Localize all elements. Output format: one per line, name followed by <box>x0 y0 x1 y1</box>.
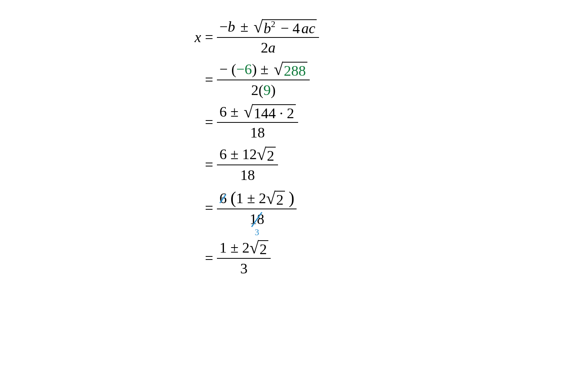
var-a-den: a <box>268 39 275 56</box>
radicand-4: 2 <box>265 147 276 163</box>
one-pm-2: 1 ± 2 <box>236 190 266 206</box>
two-open: 2( <box>251 82 264 98</box>
numerator-6: 1 ± 2 √ 2 <box>217 240 271 259</box>
var-c: c <box>309 20 316 36</box>
formula-step-5: = 6 (1 ± 2 √ 2 ) 18 3 <box>170 189 319 226</box>
lhs-x: x <box>170 30 201 44</box>
formula-step-2: = − (−6) ± √ 288 2(9) <box>170 62 319 97</box>
exp-2: 2 <box>271 19 275 29</box>
sqrt-2: √ 2 <box>257 147 276 163</box>
six-pm-12: 6 ± 12 <box>219 146 257 162</box>
radical-icon: √ <box>249 241 259 255</box>
big-rparen: ) <box>289 188 295 207</box>
big-lparen: ( <box>230 188 236 207</box>
equals-sign: = <box>201 251 217 265</box>
sqrt-discriminant: √ b2 − 4ac <box>254 19 317 36</box>
formula-step-4: = 6 ± 12 √ 2 18 <box>170 147 319 182</box>
equals-sign: = <box>201 157 217 172</box>
fraction-1: −b ± √ b2 − 4ac 2a <box>217 19 319 55</box>
close-paren: ) <box>271 82 276 98</box>
denominator-3: 18 <box>250 123 265 140</box>
radical-icon: √ <box>244 105 253 119</box>
value-6-cancel: 6 <box>219 190 227 206</box>
radicand-2: 288 <box>282 62 307 78</box>
radicand-1: b2 − 4ac <box>262 19 317 36</box>
var-b2: b <box>264 20 271 36</box>
neg-open: − ( <box>219 61 236 77</box>
sqrt-2c: √ 2 <box>249 240 268 256</box>
equals-sign: = <box>201 72 217 87</box>
sqrt-288: √ 288 <box>274 62 307 78</box>
radicand-5: 2 <box>275 191 285 207</box>
six-pm: 6 ± <box>219 104 240 120</box>
value-neg6: −6 <box>236 61 252 77</box>
sqrt-144-2: √ 144 · 2 <box>244 104 295 120</box>
one-pm-2b: 1 ± 2 <box>219 239 249 256</box>
equals-sign: = <box>201 115 217 129</box>
value-288: 288 <box>284 63 306 79</box>
cancel-6: 6 <box>219 191 227 205</box>
quadratic-formula-derivation: x = −b ± √ b2 − 4ac 2a = <box>170 19 319 283</box>
fraction-4: 6 ± 12 √ 2 18 <box>217 147 278 182</box>
denominator-2: 2(9) <box>251 80 276 97</box>
radical-icon: √ <box>257 148 266 161</box>
numerator-4: 6 ± 12 √ 2 <box>217 147 278 165</box>
radicand-6: 2 <box>258 240 268 256</box>
numerator-3: 6 ± √ 144 · 2 <box>217 104 298 123</box>
formula-step-1: x = −b ± √ b2 − 4ac 2a <box>170 19 319 55</box>
radical-icon: √ <box>274 63 283 76</box>
const-2: 2 <box>261 39 268 56</box>
fraction-6: 1 ± 2 √ 2 3 <box>217 240 271 276</box>
value-18-cancel: 18 <box>249 211 264 227</box>
numerator-2: − (−6) ± √ 288 <box>217 62 310 80</box>
plus-minus: ± <box>239 19 250 35</box>
var-a: a <box>302 20 309 36</box>
reduced-3: 3 <box>255 228 259 237</box>
numerator-5: 6 (1 ± 2 √ 2 ) <box>217 189 297 209</box>
radical-icon: √ <box>266 192 275 205</box>
cancel-18: 18 <box>249 212 264 226</box>
denominator-4: 18 <box>240 165 255 182</box>
fraction-2: − (−6) ± √ 288 2(9) <box>217 62 310 97</box>
denominator-6: 3 <box>240 259 247 276</box>
denominator-1: 2a <box>261 38 275 55</box>
equals-sign: = <box>201 30 217 44</box>
close-pm: ) ± <box>252 61 270 77</box>
formula-step-3: = 6 ± √ 144 · 2 18 <box>170 104 319 140</box>
variable-x: x <box>194 29 201 45</box>
fraction-5: 6 (1 ± 2 √ 2 ) 18 3 <box>217 189 297 226</box>
numerator-1: −b ± √ b2 − 4ac <box>217 19 319 38</box>
formula-step-6: = 1 ± 2 √ 2 3 <box>170 240 319 276</box>
sqrt-2b: √ 2 <box>266 191 285 207</box>
fraction-3: 6 ± √ 144 · 2 18 <box>217 104 298 140</box>
radical-icon: √ <box>254 20 263 34</box>
radicand-3: 144 · 2 <box>252 104 296 120</box>
denominator-5: 18 3 <box>249 209 264 226</box>
value-9: 9 <box>263 82 271 98</box>
minus-4: − 4 <box>279 20 302 36</box>
var-b: b <box>228 19 235 35</box>
neg-sign: − <box>219 19 227 35</box>
equals-sign: = <box>201 200 217 215</box>
